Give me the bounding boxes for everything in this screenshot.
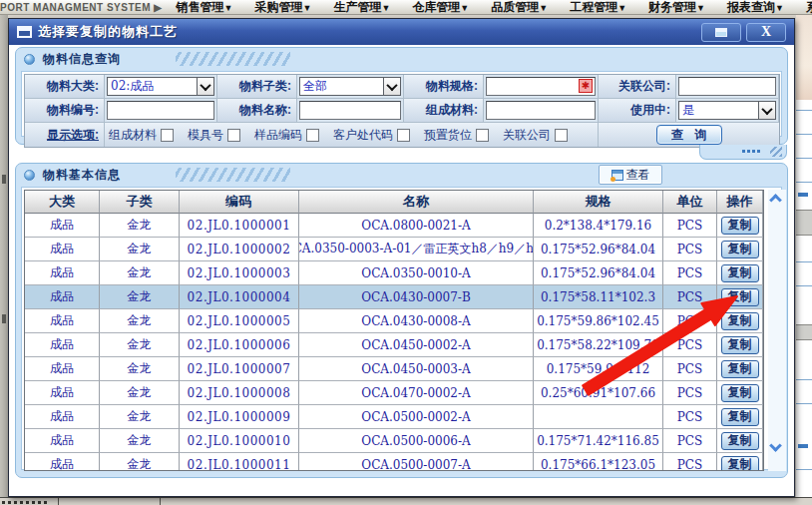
dialog-window-icon (17, 26, 32, 38)
name-input[interactable] (299, 101, 401, 120)
display-option-checkbox[interactable] (306, 129, 319, 142)
menu-item[interactable]: 系统管理▼ (806, 0, 812, 15)
menu-item[interactable]: 仓库管理▼ (412, 0, 469, 15)
menu-item[interactable]: 工程管理▼ (570, 0, 626, 15)
scroll-up-icon[interactable] (769, 194, 782, 207)
copy-button[interactable]: 复制 (721, 241, 759, 258)
maximize-button[interactable] (701, 23, 741, 42)
menu-item[interactable]: 品质管理▼ (491, 0, 548, 15)
menu-item[interactable]: 财务管理▼ (648, 0, 705, 15)
table-cell-code: 02.JL0.1000003 (180, 261, 299, 285)
section-sphere-icon (24, 54, 35, 65)
table-cell-subcategory: 金龙 (100, 285, 180, 309)
copy-button[interactable]: 复制 (721, 456, 759, 472)
copy-button[interactable]: 复制 (721, 360, 759, 378)
table-cell-action: 复制 (717, 381, 763, 405)
scroll-down-icon[interactable] (769, 439, 782, 452)
table-cell-name: OCA.0350-0003-A-01／雷正英文h8／h9／h11 (299, 238, 534, 261)
display-option-label: 模具号 (188, 127, 223, 144)
table-cell-spec: 0.175*52.96*84.04 (534, 261, 663, 285)
copy-button[interactable]: 复制 (721, 264, 759, 282)
chevron-down-icon[interactable] (758, 102, 775, 119)
copy-button[interactable]: 复制 (721, 217, 759, 235)
close-button[interactable]: X (746, 23, 786, 42)
view-button[interactable]: 查看 (599, 165, 662, 185)
table-row[interactable]: 成品金龙02.JL0.1000004OCA.0430-0007-B0.175*5… (25, 285, 763, 309)
subcategory-select[interactable]: 全部 (299, 77, 401, 96)
table-row[interactable]: 成品金龙02.JL0.1000002OCA.0350-0003-A-01／雷正英… (25, 238, 763, 261)
chevron-down-icon[interactable] (383, 78, 400, 95)
category-select[interactable]: 02:成品 (107, 77, 214, 96)
copy-button[interactable]: 复制 (721, 288, 759, 306)
resize-grip-icon (770, 147, 782, 157)
table-row[interactable]: 成品金龙02.JL0.1000007OCA.0450-0003-A0.175*5… (25, 357, 763, 381)
table-cell-name: OCA.0450-0003-A (299, 357, 534, 381)
table-cell-action: 复制 (717, 453, 763, 471)
table-row[interactable]: 成品金龙02.JL0.1000010OCA.0500-0006-A0.175*7… (25, 429, 763, 453)
table-cell-code: 02.JL0.1000005 (180, 309, 299, 333)
code-input[interactable] (107, 101, 214, 120)
table-row[interactable]: 成品金龙02.JL0.1000008OCA.0470-0002-A0.25*60… (25, 381, 763, 405)
display-option-checkbox[interactable] (555, 129, 568, 142)
table-cell-subcategory: 金龙 (100, 214, 180, 238)
table-cell-subcategory: 金龙 (100, 261, 180, 285)
table-cell-spec: 0.2*138.4*179.16 (534, 214, 663, 238)
table-cell-subcategory: 金龙 (100, 429, 180, 453)
table-cell-code: 02.JL0.1000010 (180, 429, 299, 453)
display-options-label: 显示选项: (25, 123, 105, 147)
table-cell-unit: PCS (663, 261, 717, 285)
table-cell-action: 复制 (717, 357, 763, 381)
display-option-checkbox[interactable] (397, 129, 410, 142)
display-option: 客户处代码 (333, 127, 410, 144)
table-cell-action: 复制 (717, 309, 763, 333)
panel-resize-tab[interactable] (699, 145, 787, 160)
display-option-checkbox[interactable] (161, 129, 174, 142)
table-row[interactable]: 成品金龙02.JL0.1000001OCA.0800-0021-A0.2*138… (25, 214, 763, 238)
search-button[interactable]: 查 询 (656, 125, 722, 145)
table-cell-category: 成品 (25, 214, 100, 238)
column-header: 规格 (534, 191, 663, 214)
column-header: 编码 (180, 191, 299, 214)
table-cell-unit: PCS (663, 309, 717, 333)
dropdown-arrow-icon: ▼ (302, 3, 311, 13)
table-cell-spec: 0.25*60.91*107.66 (534, 381, 663, 405)
copy-button[interactable]: 复制 (721, 384, 759, 402)
inuse-select[interactable]: 是 (678, 101, 776, 120)
table-cell-action: 复制 (717, 214, 763, 238)
table-row[interactable]: 成品金龙02.JL0.1000011OCA.0500-0007-A0.175*6… (25, 453, 763, 471)
table-cell-category: 成品 (25, 285, 100, 309)
table-cell-name: OCA.0430-0007-B (299, 285, 534, 309)
table-cell-spec: 0.175*66.1*123.05 (534, 453, 663, 471)
copy-button[interactable]: 复制 (721, 312, 759, 330)
company-input[interactable] (678, 77, 776, 96)
copy-button[interactable]: 复制 (721, 408, 759, 426)
table-row[interactable]: 成品金龙02.JL0.1000009OCA.0500-0002-APCS复制 (25, 405, 763, 429)
table-cell-category: 成品 (25, 453, 100, 471)
menu-item[interactable]: 生产管理▼ (333, 0, 390, 15)
table-cell-name: OCA.0800-0021-A (299, 214, 534, 238)
table-scrollbar[interactable] (768, 190, 786, 471)
table-cell-subcategory: 金龙 (100, 333, 180, 357)
table-cell-category: 成品 (25, 429, 100, 453)
table-row[interactable]: 成品金龙02.JL0.1000006OCA.0450-0002-A0.175*5… (25, 333, 763, 357)
hatch-decoration (176, 168, 290, 182)
table-cell-action: 复制 (717, 405, 763, 429)
material-input[interactable] (486, 101, 596, 120)
menu-item[interactable]: 采购管理▼ (254, 0, 311, 15)
copy-button[interactable]: 复制 (721, 432, 759, 450)
query-panel-header: 物料信息查询 (16, 48, 787, 70)
display-option-checkbox[interactable] (227, 129, 240, 142)
menu-item[interactable]: 销售管理▼ (177, 0, 233, 15)
table-cell-name: OCA.0450-0002-A (299, 333, 534, 357)
copy-button[interactable]: 复制 (721, 336, 759, 354)
clear-icon[interactable]: ✱ (579, 79, 593, 93)
chevron-down-icon[interactable] (197, 78, 213, 95)
table-row[interactable]: 成品金龙02.JL0.1000003OCA.0350-0010-A0.175*5… (25, 261, 763, 285)
display-option-checkbox[interactable] (476, 129, 489, 142)
dropdown-arrow-icon: ▼ (775, 3, 784, 13)
table-row[interactable]: 成品金龙02.JL0.1000005OCA.0430-0008-A0.175*5… (25, 309, 763, 333)
table-cell-category: 成品 (25, 238, 100, 261)
menu-item[interactable]: 报表查询▼ (727, 0, 784, 15)
table-cell-code: 02.JL0.1000002 (180, 238, 299, 261)
table-cell-subcategory: 金龙 (100, 405, 180, 429)
